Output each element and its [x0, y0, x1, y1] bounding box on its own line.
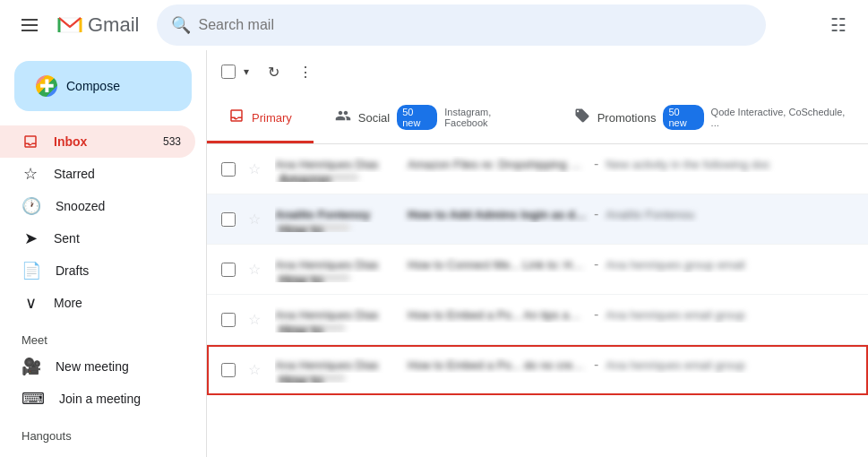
sidebar-item-drafts[interactable]: 📄 Drafts [0, 254, 195, 287]
star-button[interactable]: ☆ [246, 309, 262, 330]
compose-plus-icon: ✚ [36, 75, 57, 97]
email-row-inner: Ana Henriques Dias Amazon Files re: Drop… [275, 156, 854, 182]
table-row[interactable]: ☆ Ana Henriques Dias How to Connect Me..… [207, 245, 868, 295]
email-row-inner: Ana Henriques Dias How to Embed a Po... … [275, 306, 854, 332]
email-list: ☆ Ana Henriques Dias Amazon Files re: Dr… [207, 144, 868, 457]
sidebar-item-new-meeting[interactable]: 🎥 New meeting [0, 350, 195, 383]
email-separator: - [594, 206, 598, 222]
email-separator: - [594, 306, 598, 323]
email-tag: How to Connect... [279, 273, 350, 282]
search-bar[interactable]: 🔍 [157, 4, 766, 46]
snoozed-icon: 🕐 [21, 196, 41, 216]
sidebar-item-join-meeting[interactable]: ⌨ Join a meeting [0, 383, 195, 415]
sidebar-item-sent[interactable]: ➤ Sent [0, 222, 195, 254]
join-meeting-label: Join a meeting [59, 392, 181, 406]
star-col: ☆ [246, 309, 268, 330]
promotions-tab-sub: Qode Interactive, CoSchedule, ... [711, 107, 847, 128]
gmail-text: Gmail [88, 13, 139, 37]
email-tag: How to Embed... [279, 323, 346, 332]
checkbox-col [221, 363, 239, 377]
tabs: Primary Social 50 new Instagram, Faceboo… [207, 94, 868, 144]
sidebar-item-snoozed[interactable]: 🕐 Snoozed [0, 190, 195, 222]
email-tag: How to Embed... [279, 374, 346, 383]
inbox-label: Inbox [54, 134, 149, 149]
primary-tab-label: Primary [252, 111, 292, 125]
main-layout: ✚ Compose Inbox 533 ☆ Starred 🕐 Snoozed … [0, 50, 868, 457]
checkbox-col [221, 162, 239, 177]
email-row-inner: Ana Henriques Dias How to Connect Me... … [275, 256, 854, 282]
compose-button[interactable]: ✚ Compose [14, 61, 192, 111]
hangouts-section-title: Hangouts [0, 422, 206, 446]
checkbox-col [221, 313, 239, 327]
table-row[interactable]: ☆ Ana Henriques Dias How to Embed a Po..… [207, 345, 868, 395]
star-col: ☆ [246, 359, 268, 380]
more-label: More [54, 296, 181, 310]
email-separator: - [594, 357, 598, 373]
email-checkbox[interactable] [221, 313, 236, 327]
hangouts-section: U username ▾ + [0, 446, 206, 457]
star-col: ☆ [246, 159, 268, 179]
email-row-top: Ana Henriques Dias How to Embed a Po... … [275, 357, 854, 373]
email-tag: How to Add Adm... [279, 223, 350, 232]
sidebar-item-starred[interactable]: ☆ Starred [0, 158, 195, 190]
tab-primary[interactable]: Primary [207, 94, 314, 143]
table-row[interactable]: ☆ Ana Henriques Dias How to Embed a Po..… [207, 295, 868, 345]
gmail-m-icon [56, 11, 84, 39]
star-button[interactable]: ☆ [246, 159, 262, 179]
filter-icon[interactable]: ☷ [823, 7, 854, 43]
hamburger-menu[interactable] [14, 12, 45, 39]
snoozed-label: Snoozed [56, 199, 181, 213]
search-icon: 🔍 [171, 15, 191, 35]
star-button[interactable]: ☆ [246, 209, 262, 229]
sender-name: Ana Henriques Dias [275, 308, 400, 322]
more-options-button[interactable]: ⋮ [291, 57, 320, 86]
email-tag: Amazon Files re.. [279, 173, 359, 182]
email-checkbox[interactable] [221, 363, 236, 377]
hangouts-item[interactable]: U username ▾ + [21, 453, 192, 457]
email-separator: - [594, 156, 598, 172]
email-row-top: Analíto Fontenoy How to Add Admins login… [275, 206, 854, 222]
select-all-checkbox[interactable] [221, 65, 236, 79]
starred-icon: ☆ [21, 164, 39, 184]
primary-tab-icon [228, 108, 245, 127]
star-button[interactable]: ☆ [246, 259, 262, 280]
sender-name: Ana Henriques Dias [275, 358, 400, 372]
table-row[interactable]: ☆ Ana Henriques Dias Amazon Files re: Dr… [207, 144, 868, 194]
promotions-tab-icon [574, 108, 590, 127]
search-input[interactable] [198, 17, 752, 33]
gmail-logo: Gmail [56, 11, 139, 39]
promotions-tab-badge: 50 new [663, 105, 703, 130]
sent-icon: ➤ [21, 228, 39, 248]
email-preview: Analíto Fontenou [606, 208, 854, 221]
email-checkbox[interactable] [221, 162, 236, 177]
sidebar-item-inbox[interactable]: Inbox 533 [0, 125, 195, 158]
email-subject: How to Embed a Po... do no crepe raste e… [408, 358, 587, 372]
email-separator: - [594, 256, 598, 272]
keyboard-icon: ⌨ [21, 389, 45, 409]
inbox-count: 533 [163, 135, 181, 148]
sender-name: Ana Henriques Dias [275, 258, 400, 272]
email-row-bottom: Amazon Files re.. [275, 173, 854, 182]
new-meeting-label: New meeting [56, 359, 181, 374]
email-checkbox[interactable] [221, 263, 236, 277]
star-button[interactable]: ☆ [246, 359, 262, 380]
email-row-top: Ana Henriques Dias How to Connect Me... … [275, 256, 854, 272]
checkbox-col [221, 212, 239, 227]
topbar: Gmail 🔍 ☷ [0, 0, 868, 50]
refresh-button[interactable]: ↻ [259, 57, 288, 86]
email-checkbox[interactable] [221, 212, 236, 227]
sidebar-item-more[interactable]: ∨ More [0, 287, 195, 319]
tab-promotions[interactable]: Promotions 50 new Qode Interactive, CoSc… [553, 94, 868, 143]
email-preview: New activity in the following doc [606, 158, 854, 171]
meet-section-title: Meet [0, 326, 206, 350]
email-preview: Ana henriques group email [606, 258, 854, 272]
email-subject: How to Connect Me... Link to: How to Eas… [408, 258, 587, 272]
email-row-inner: Ana Henriques Dias How to Embed a Po... … [275, 357, 854, 383]
star-col: ☆ [246, 209, 268, 229]
table-row[interactable]: ☆ Analíto Fontenoy How to Add Admins log… [207, 194, 868, 245]
email-row-top: Ana Henriques Dias Amazon Files re: Drop… [275, 156, 854, 172]
star-col: ☆ [246, 259, 268, 280]
select-dropdown-button[interactable]: ▾ [237, 57, 255, 86]
tab-social[interactable]: Social 50 new Instagram, Facebook [314, 94, 553, 143]
email-row-inner: Analíto Fontenoy How to Add Admins login… [275, 206, 854, 232]
